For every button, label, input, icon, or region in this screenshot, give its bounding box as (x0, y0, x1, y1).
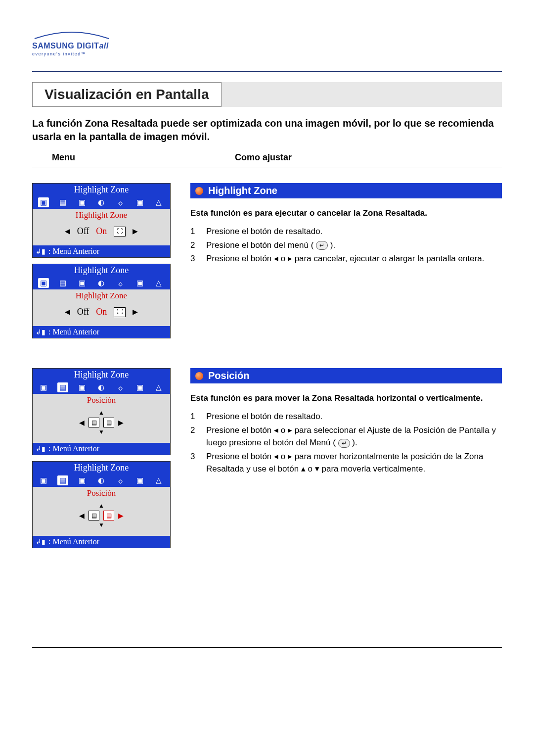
osd-list-icon: ▤ (57, 278, 68, 288)
step-item: 1 Presione el botón de resaltado. (190, 225, 502, 238)
page-title-row: Visualización en Pantalla (32, 82, 502, 107)
step-text-tail: ). (330, 240, 335, 250)
osd-footer-text: : Menú Anterior (48, 537, 99, 546)
triangle-right-icon: ▶ (133, 308, 138, 316)
triangle-up-icon: ▲ (98, 409, 104, 417)
section-header-posicion: Posición (190, 368, 502, 383)
step-text: Presione el botón ◂ o ▸ para seleccionar… (206, 424, 502, 449)
osd-iconbar: ▣ ▤ ▣ ◐ ☼ ▣ △ (33, 196, 170, 209)
triangle-down-icon: ▼ (98, 521, 104, 529)
step-text: Presione el botón ◂ o ▸ para cancelar, e… (206, 252, 502, 265)
step-text-tail: ). (352, 438, 357, 447)
menu-screenshots-highlight: Highlight Zone ▣ ▤ ▣ ◐ ☼ ▣ △ Highlight Z… (32, 183, 171, 338)
osd-list-icon: ▤ (57, 475, 68, 485)
osd-warn-icon: △ (153, 382, 164, 392)
osd-off-label: Off (77, 226, 89, 236)
osd-warn-icon: △ (153, 475, 164, 485)
step-text-part: Presione el botón del menú ( (206, 240, 313, 250)
osd-warn-icon: △ (153, 278, 164, 288)
osd-list-icon: ▤ (57, 197, 68, 207)
osd-bulb-icon: ☼ (115, 475, 126, 485)
step-number: 1 (190, 410, 199, 423)
osd-title: Highlight Zone (33, 184, 170, 196)
step-number: 2 (190, 424, 199, 449)
pos-screen-left-icon: ▤ (89, 418, 99, 427)
steps-list: 1 Presione el botón de resaltado. 2 Pres… (190, 225, 502, 265)
osd-control-row: ◀ Off On ⛶ ▶ (33, 221, 170, 245)
logo-brand: SAMSUNG DIGIT (32, 42, 99, 50)
logo-swoosh-icon (32, 30, 111, 42)
osd-list-icon: ▤ (57, 382, 68, 392)
col-header-adjust: Como ajustar (235, 152, 482, 163)
intro-text: La función Zona Resaltada puede ser opti… (32, 117, 502, 143)
osd-expand-icon: ▣ (134, 197, 145, 207)
step-text: Presione el botón de resaltado. (206, 410, 502, 423)
osd-expand-icon: ▣ (134, 382, 145, 392)
logo-brand-suffix: all (99, 42, 108, 50)
osd-panel-pos-2: Highlight Zone ▣ ▤ ▣ ◐ ☼ ▣ △ Posición ▲ … (32, 461, 171, 548)
triangle-left-icon: ◀ (79, 512, 85, 520)
osd-footer: ↲▮ : Menú Anterior (33, 443, 170, 455)
osd-expand-icon: ▣ (134, 475, 145, 485)
step-text: Presione el botón del menú ( ↵ ). (206, 239, 502, 252)
pos-screen-left-icon: ▤ (89, 511, 99, 520)
osd-iconbar: ▣ ▤ ▣ ◐ ☼ ▣ △ (33, 474, 170, 487)
osd-panel-highlight-2: Highlight Zone ▣ ▤ ▣ ◐ ☼ ▣ △ Highlight Z… (32, 264, 171, 338)
triangle-left-icon: ◀ (65, 227, 70, 236)
osd-back-icon: ↲▮ (36, 445, 45, 453)
menu-screenshots-posicion: Highlight Zone ▣ ▤ ▣ ◐ ☼ ▣ △ Posición ▲ … (32, 368, 171, 548)
bullet-icon (195, 372, 203, 380)
menu-button-icon: ↵ (338, 439, 350, 448)
pos-screen-right-icon: ▤ (103, 511, 114, 520)
step-text-part: Presione el botón ◂ o ▸ para seleccionar… (206, 425, 496, 448)
step-item: 2 Presione el botón del menú ( ↵ ). (190, 239, 502, 252)
steps-list: 1 Presione el botón de resaltado. 2 Pres… (190, 410, 502, 475)
step-number: 2 (190, 239, 199, 252)
osd-off-label: Off (77, 307, 89, 317)
section-title: Highlight Zone (208, 185, 277, 196)
osd-back-icon: ↲▮ (36, 247, 45, 256)
osd-zone-icon: ▣ (38, 197, 49, 207)
menu-button-icon: ↵ (316, 241, 328, 250)
logo-text: SAMSUNG DIGITall (32, 42, 502, 50)
osd-contrast-icon: ◐ (96, 382, 107, 392)
osd-contrast-icon: ◐ (96, 278, 107, 288)
osd-footer: ↲▮ : Menú Anterior (33, 245, 170, 257)
osd-zone-icon: ▣ (38, 382, 49, 392)
osd-bulb-icon: ☼ (115, 278, 126, 288)
osd-expand-icon: ▣ (134, 278, 145, 288)
osd-screen-icon: ▣ (77, 278, 88, 288)
triangle-left-icon: ◀ (79, 419, 85, 427)
step-text: Presione el botón de resaltado. (206, 225, 502, 238)
osd-subtitle-highlight: Highlight Zone (33, 209, 170, 221)
osd-position-control: ▲ ◀ ▤ ▤ ▶ ▼ (33, 406, 170, 443)
osd-back-icon: ↲▮ (36, 538, 45, 546)
step-item: 1 Presione el botón de resaltado. (190, 410, 502, 423)
posicion-description: Posición Esta función es para mover la Z… (190, 368, 502, 548)
osd-subtitle-pos: Posición (33, 487, 170, 499)
osd-title: Highlight Zone (33, 264, 170, 277)
step-item: 2 Presione el botón ◂ o ▸ para seleccion… (190, 424, 502, 449)
osd-iconbar: ▣ ▤ ▣ ◐ ☼ ▣ △ (33, 381, 170, 394)
osd-screen-icon: ▣ (77, 382, 88, 392)
step-number: 3 (190, 450, 199, 475)
step-item: 3 Presione el botón ◂ o ▸ para mover hor… (190, 450, 502, 475)
step-item: 3 Presione el botón ◂ o ▸ para cancelar,… (190, 252, 502, 265)
section-header-highlight: Highlight Zone (190, 183, 502, 198)
section-desc: Esta función es para ejecutar o cancelar… (190, 208, 502, 218)
osd-bulb-icon: ☼ (115, 197, 126, 207)
osd-warn-icon: △ (153, 197, 164, 207)
osd-panel-highlight-1: Highlight Zone ▣ ▤ ▣ ◐ ☼ ▣ △ Highlight Z… (32, 183, 171, 258)
header-underline (32, 168, 502, 168)
osd-subtitle-highlight: Highlight Zone (33, 289, 170, 302)
osd-contrast-icon: ◐ (96, 197, 107, 207)
osd-screen-icon: ▣ (77, 475, 88, 485)
osd-contrast-icon: ◐ (96, 475, 107, 485)
osd-footer: ↲▮ : Menú Anterior (33, 326, 170, 338)
column-headers: Menu Como ajustar (32, 152, 502, 163)
logo-block: SAMSUNG DIGITall everyone's invited™ (32, 30, 502, 56)
triangle-left-icon: ◀ (65, 308, 70, 316)
osd-screen-icon: ▣ (77, 197, 88, 207)
section-desc: Esta función es para mover la Zona Resal… (190, 393, 502, 403)
osd-title: Highlight Zone (33, 369, 170, 381)
